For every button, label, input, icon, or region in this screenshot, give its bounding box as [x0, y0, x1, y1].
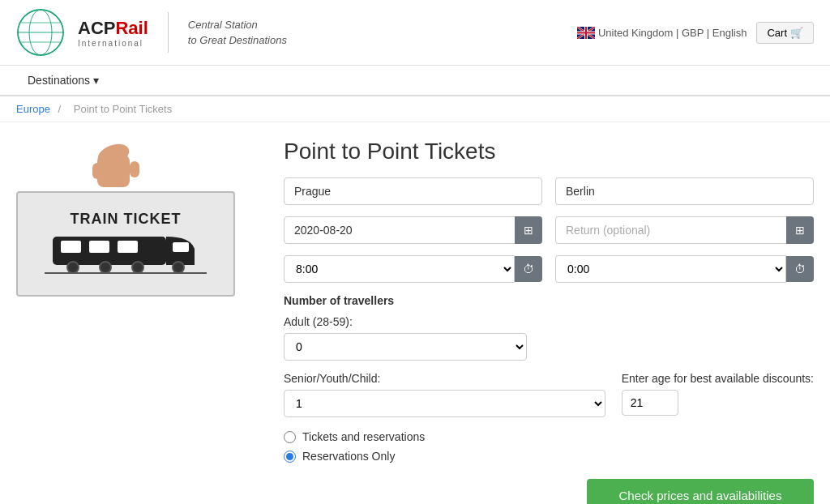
nav-bar: Destinations ▾: [0, 66, 830, 96]
depart-date-group: ⊞: [284, 216, 542, 244]
return-time-select[interactable]: 0:00: [555, 255, 786, 283]
age-col: Enter age for best available discounts:: [622, 372, 814, 416]
age-input[interactable]: [622, 390, 678, 416]
cart-icon: 🛒: [790, 27, 803, 39]
svg-rect-21: [61, 241, 81, 253]
submit-row: Check prices and availabilities: [284, 479, 814, 504]
from-to-row: [284, 177, 814, 205]
header-right: United Kingdom | GBP | English Cart 🛒: [577, 22, 814, 44]
senior-label: Senior/Youth/Child:: [284, 372, 605, 385]
radio-tickets-input[interactable]: [284, 431, 296, 443]
breadcrumb-current: Point to Point Tickets: [74, 103, 172, 115]
return-time-group: 0:00 ⏱: [555, 255, 814, 283]
svg-rect-18: [92, 163, 102, 179]
brand-rail: Rail: [115, 18, 148, 38]
depart-time-select[interactable]: 8:00: [284, 255, 515, 283]
main-content: TRAIN TICKET: [0, 122, 830, 504]
ticket-text: TRAIN TICKET: [71, 211, 182, 228]
nav-destinations[interactable]: Destinations ▾: [16, 66, 110, 95]
return-date-group: ⊞: [555, 216, 814, 244]
radio-reservations-input[interactable]: [284, 451, 296, 463]
page-title: Point to Point Tickets: [284, 139, 814, 164]
brand-acp: ACP: [78, 18, 115, 38]
check-prices-button[interactable]: Check prices and availabilities: [587, 479, 814, 504]
breadcrumb: Europe / Point to Point Tickets: [0, 96, 830, 122]
header-divider: [168, 12, 169, 53]
return-time-wrapper: 0:00 ⏱: [555, 255, 814, 283]
radio-group: Tickets and reservations Reservations On…: [284, 430, 814, 463]
age-label: Enter age for best available discounts:: [622, 372, 814, 385]
breadcrumb-europe[interactable]: Europe: [16, 103, 50, 115]
to-group: [555, 177, 814, 205]
svg-point-28: [173, 262, 184, 273]
flag-icon: [577, 27, 595, 39]
return-date-input[interactable]: [555, 216, 814, 244]
return-calendar-button[interactable]: ⊞: [786, 216, 814, 244]
adult-select[interactable]: 0 1 2 3: [284, 333, 527, 361]
breadcrumb-separator: /: [58, 103, 62, 115]
svg-rect-24: [173, 242, 189, 252]
radio-reservations-label: Reservations Only: [302, 450, 395, 463]
depart-calendar-button[interactable]: ⊞: [515, 216, 542, 244]
travellers-section: Number of travellers Adult (28-59): 0 1 …: [284, 294, 814, 504]
clock-icon: ⏱: [523, 263, 534, 275]
calendar-icon: ⊞: [795, 224, 805, 237]
ticket-image-card: TRAIN TICKET: [16, 191, 235, 297]
date-row: ⊞ ⊞: [284, 216, 814, 244]
depart-time-wrapper: 8:00 ⏱: [284, 255, 542, 283]
logo-area: ACPRail International Central Station to…: [16, 8, 287, 57]
travellers-title: Number of travellers: [284, 294, 814, 307]
logo-tagline: Central Station to Great Destinations: [188, 17, 287, 49]
train-icon: [45, 233, 207, 277]
radio-tickets-label: Tickets and reservations: [302, 430, 425, 443]
brand-international: International: [78, 39, 148, 48]
adult-row: Adult (28-59): 0 1 2 3: [284, 315, 814, 361]
calendar-icon: ⊞: [524, 224, 533, 237]
adult-label: Adult (28-59):: [284, 315, 814, 328]
svg-rect-23: [118, 241, 138, 253]
svg-point-27: [132, 262, 143, 273]
svg-point-25: [67, 262, 79, 273]
chevron-down-icon: ▾: [93, 74, 99, 87]
svg-point-26: [100, 262, 111, 273]
time-row: 8:00 ⏱ 0:00 ⏱: [284, 255, 814, 283]
clock-icon: ⏱: [794, 263, 806, 275]
locale-info: United Kingdom | GBP | English: [577, 27, 747, 39]
destinations-label: Destinations: [28, 74, 90, 87]
site-header: ACPRail International Central Station to…: [0, 0, 830, 66]
depart-time-group: 8:00 ⏱: [284, 255, 542, 283]
cart-label: Cart: [767, 27, 787, 39]
from-group: [284, 177, 542, 205]
cart-button[interactable]: Cart 🛒: [756, 22, 814, 44]
logo-text: ACPRail International: [78, 18, 148, 48]
senior-row: Senior/Youth/Child: 1 0 2 3 Enter age fo…: [284, 372, 814, 417]
senior-col: Senior/Youth/Child: 1 0 2 3: [284, 372, 605, 417]
radio-reservations-only[interactable]: Reservations Only: [284, 450, 814, 463]
locale-text: United Kingdom | GBP | English: [598, 27, 747, 39]
senior-select[interactable]: 1 0 2 3: [284, 390, 605, 417]
svg-rect-19: [130, 161, 139, 177]
svg-rect-15: [577, 32, 595, 33]
return-clock-button[interactable]: ⏱: [786, 256, 814, 282]
radio-tickets-reservations[interactable]: Tickets and reservations: [284, 430, 814, 443]
from-input[interactable]: [284, 177, 542, 205]
hand-icon: [73, 139, 154, 203]
globe-icon: [16, 8, 65, 57]
svg-rect-22: [89, 241, 109, 253]
brand-name: ACPRail: [78, 18, 148, 39]
depart-clock-button[interactable]: ⏱: [515, 256, 542, 282]
form-area: Point to Point Tickets ⊞ ⊞: [284, 139, 814, 504]
image-area: TRAIN TICKET: [16, 139, 267, 504]
to-input[interactable]: [555, 177, 814, 205]
depart-date-input[interactable]: [284, 216, 542, 244]
